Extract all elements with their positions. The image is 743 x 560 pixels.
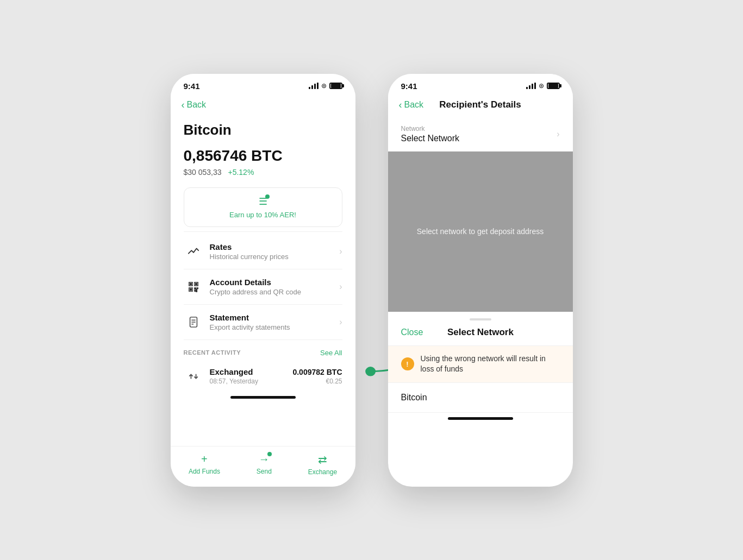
crypto-name: Bitcoin	[184, 117, 342, 147]
account-details-text: Account Details Crypto address and QR co…	[210, 278, 340, 296]
menu-item-rates[interactable]: Rates Historical currency prices ›	[184, 234, 342, 269]
crypto-fiat: $30 053,33 +5.12%	[184, 168, 342, 187]
close-button[interactable]: Close	[401, 328, 423, 337]
svg-rect-11	[196, 289, 197, 292]
status-bar-left: 9:41 ⊛	[171, 74, 355, 95]
menu-item-statement[interactable]: Statement Export activity statements ›	[184, 305, 342, 340]
right-phone: 9:41 ⊛ ‹ Back Recipient's Details	[388, 74, 573, 487]
send-icon: →	[259, 453, 270, 465]
back-button-right[interactable]: ‹ Back	[399, 99, 424, 111]
warning-text: Using the wrong network will result in l…	[421, 354, 560, 375]
sheet-title: Select Network	[423, 327, 538, 338]
wifi-icon: ⊛	[321, 82, 327, 90]
rates-text: Rates Historical currency prices	[210, 242, 340, 261]
section-header: RECENT ACTIVITY See All	[184, 340, 342, 361]
chevron-right-icon-2: ›	[339, 282, 342, 292]
earn-banner[interactable]: ☰ Earn up to 10% AER!	[184, 187, 342, 227]
qr-icon	[184, 277, 203, 297]
home-indicator-right	[448, 417, 513, 420]
home-indicator-left	[230, 396, 296, 399]
time-right: 9:41	[401, 81, 417, 91]
chevron-right-network: ›	[557, 129, 559, 139]
activity-text: Exchanged 08:57, Yesterday	[210, 367, 293, 385]
section-label: RECENT ACTIVITY	[184, 349, 241, 356]
chevron-left-icon-right: ‹	[399, 99, 402, 111]
left-phone: 9:41 ⊛ ‹ Back Bitco	[171, 74, 355, 487]
page-title: Recipient's Details	[439, 99, 521, 110]
bitcoin-option[interactable]: Bitcoin	[388, 383, 573, 413]
earn-text: Earn up to 10% AER!	[229, 211, 296, 219]
battery-icon	[329, 83, 342, 89]
battery-icon-right	[547, 83, 560, 89]
exchange-icon	[184, 367, 203, 386]
warning-icon: !	[401, 357, 414, 370]
svg-rect-9	[197, 287, 198, 288]
svg-point-0	[365, 367, 376, 376]
svg-rect-7	[190, 288, 191, 290]
network-text: Network Select Network	[401, 125, 557, 143]
warning-banner: ! Using the wrong network will result in…	[388, 346, 573, 383]
crypto-balance: 0,856746 BTC	[184, 147, 342, 168]
statement-text: Statement Export activity statements	[210, 313, 340, 331]
time-left: 9:41	[184, 81, 200, 91]
menu-item-account-details[interactable]: Account Details Crypto address and QR co…	[184, 269, 342, 305]
nav-bar-right: ‹ Back Recipient's Details	[388, 95, 573, 117]
activity-item: Exchanged 08:57, Yesterday 0.009782 BTC …	[184, 361, 342, 392]
see-all-button[interactable]: See All	[320, 349, 342, 357]
chevron-right-icon: ›	[339, 247, 342, 256]
chevron-left-icon: ‹	[182, 99, 185, 111]
grey-content-area: Select network to get deposit address	[388, 152, 573, 312]
plus-icon: +	[201, 453, 208, 465]
earn-icon: ☰	[259, 196, 267, 207]
divider-1	[184, 231, 342, 232]
sheet-header: Close Select Network	[388, 320, 573, 346]
svg-rect-10	[194, 290, 195, 291]
back-button-left[interactable]: ‹ Back	[182, 99, 207, 111]
send-button[interactable]: → Send	[257, 453, 272, 475]
svg-rect-5	[195, 283, 197, 285]
activity-amount: 0.009782 BTC €0.25	[292, 368, 342, 385]
svg-rect-3	[190, 283, 191, 285]
status-bar-right: 9:41 ⊛	[388, 74, 573, 95]
bottom-sheet: Close Select Network ! Using the wrong n…	[388, 318, 573, 413]
chart-icon	[184, 242, 203, 261]
signal-icon	[309, 83, 319, 89]
add-funds-button[interactable]: + Add Funds	[189, 453, 220, 475]
deposit-hint: Select network to get deposit address	[417, 227, 544, 236]
document-icon	[184, 312, 203, 332]
wifi-icon-right: ⊛	[539, 82, 544, 90]
exchange-button[interactable]: ⇄ Exchange	[308, 453, 337, 476]
network-selector[interactable]: Network Select Network ›	[388, 117, 573, 152]
bottom-bar-left: + Add Funds → Send ⇄ Exchange	[171, 446, 355, 487]
left-phone-content: Bitcoin 0,856746 BTC $30 053,33 +5.12% ☰…	[171, 117, 355, 392]
nav-bar-left: ‹ Back	[171, 95, 355, 117]
status-icons-left: ⊛	[309, 82, 342, 90]
chevron-right-icon-3: ›	[339, 317, 342, 327]
exchange-arrows-icon: ⇄	[318, 453, 327, 466]
signal-icon-right	[526, 83, 536, 89]
status-icons-right: ⊛	[526, 82, 560, 90]
